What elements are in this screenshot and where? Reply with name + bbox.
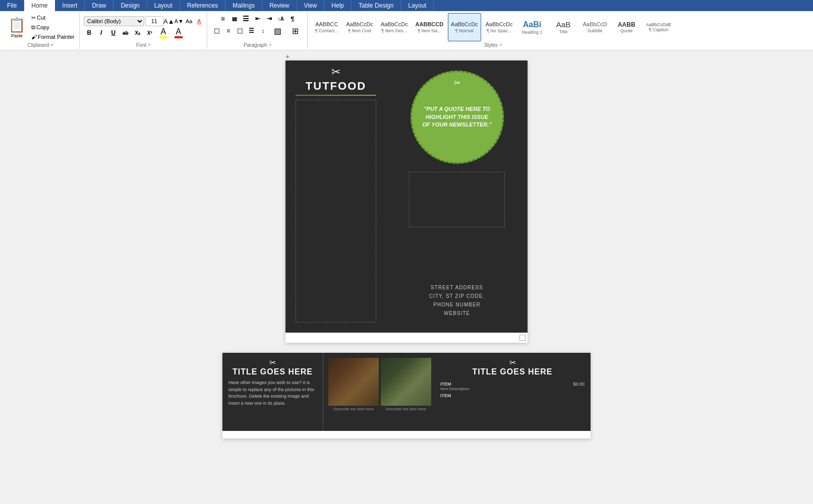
style-item-title[interactable]: AaB Title (548, 13, 578, 41)
cut-label: Cut (37, 15, 45, 21)
borders-button[interactable]: ⊞ (287, 25, 304, 36)
font-size-input[interactable] (145, 16, 163, 26)
superscript-button[interactable]: X² (144, 27, 155, 38)
sort-button[interactable]: ↕A (275, 13, 286, 24)
address-line-2: CITY, ST ZIP CODE. (429, 292, 485, 300)
multilevel-list-button[interactable]: ☰ (241, 13, 252, 24)
style-preview: AaBbCcD (583, 21, 607, 28)
address-line-3: PHONE NUMBER (429, 300, 485, 309)
quote-circle[interactable]: ✂ "PUT A QUOTE HERE TO HIGHLIGHT THIS IS… (411, 71, 504, 164)
style-item-item-cost[interactable]: AaBbCcDc ¶ Item Cost (343, 13, 377, 41)
style-item-heading1[interactable]: AaBi Heading 1 (517, 13, 547, 41)
increase-indent-button[interactable]: ⇥ (264, 13, 275, 24)
add-handle[interactable]: + (285, 52, 289, 60)
page-1-content[interactable]: ✂ TUTFOOD ✂ "PUT A QUOTE HERE TO HIGHLIG… (285, 60, 528, 333)
circle-scissors-icon: ✂ (454, 78, 460, 88)
font-grow-button[interactable]: A▲ (164, 17, 173, 26)
copy-label: Copy (36, 24, 49, 30)
quote-text: "PUT A QUOTE HERE TO HIGHLIGHT THIS ISSU… (422, 105, 492, 129)
style-preview: AABBCCD (416, 21, 444, 28)
clipboard-expand-icon[interactable]: ↗ (50, 43, 53, 47)
tab-home[interactable]: Home (24, 0, 55, 11)
page-2-content[interactable]: ✂ TITLE GOES HERE Have other images you … (222, 353, 591, 431)
style-item-caption[interactable]: AaBbCcDdE ¶ Caption (643, 13, 674, 41)
style-item-subtitle[interactable]: AaBbCcD Subtitle (579, 13, 610, 41)
align-right-button[interactable]: ⬚ (235, 25, 246, 36)
tab-insert[interactable]: Insert (55, 0, 85, 11)
style-preview: AaBbCcDc (486, 21, 513, 28)
address-line-4: WEBSITE (429, 309, 485, 318)
styles-group-label: Styles (484, 42, 498, 48)
page2-right-section: ✂ TITLE GOES HERE ITEM Item Description … (434, 353, 591, 431)
food-img-1-container: Describe the dish here (328, 358, 379, 411)
line-spacing-button[interactable]: ↕ (258, 25, 269, 36)
tab-draw[interactable]: Draw (85, 0, 113, 11)
shading-icon: ▨ (274, 26, 281, 36)
style-item-item-description[interactable]: AaBbCcDc ¶ Item Des... (377, 13, 411, 41)
numbering-button[interactable]: ≣ (229, 13, 240, 24)
style-name: ¶ Caption (649, 27, 668, 32)
style-name: ¶ Item Na... (418, 28, 441, 33)
paste-button[interactable]: 📋 Paste (5, 13, 29, 41)
subscript-button[interactable]: X₂ (132, 27, 143, 38)
tab-review[interactable]: Review (262, 0, 297, 11)
font-shrink-button[interactable]: A▼ (175, 17, 184, 26)
bold-button[interactable]: B (84, 27, 95, 38)
font-controls: Calibri (Body) A▲ A▼ Aa A B I U ab X₂ (84, 16, 204, 38)
paragraph-group: ≡ ≣ ☰ ⇤ ⇥ ↕A ¶ ⬚ ≡ ⬚ ☰ ↕ ▨ (208, 12, 308, 49)
resize-handle[interactable] (519, 335, 526, 341)
underline-button[interactable]: U (108, 27, 119, 38)
left-image-placeholder[interactable] (296, 100, 376, 323)
style-name: ¶ Item Des... (381, 28, 407, 33)
styles-strip: AABBCC ¶ Contact... AaBbCcDc ¶ Item Cost… (312, 13, 675, 41)
style-item-no-spacing[interactable]: AaBbCcDc ¶ No Spac... (482, 13, 516, 41)
style-item-item-name[interactable]: AABBCCD ¶ Item Na... (412, 13, 446, 41)
bullets-button[interactable]: ≡ (217, 13, 228, 24)
page2-middle-section: Describe the dish here Describe the dish… (323, 353, 434, 431)
style-name: Quote (620, 28, 633, 33)
tab-references[interactable]: References (180, 0, 225, 11)
tab-layout-contextual[interactable]: Layout (401, 0, 434, 11)
font-expand-icon[interactable]: ↗ (147, 43, 151, 47)
text-highlight-button[interactable]: A (156, 27, 170, 38)
show-marks-button[interactable]: ¶ (287, 13, 298, 24)
tab-layout[interactable]: Layout (147, 0, 180, 11)
style-item-normal[interactable]: AaBbCcDc ¶ Normal (448, 13, 482, 41)
para-row-2: ⬚ ≡ ⬚ ☰ ↕ ▨ ⊞ (211, 25, 304, 36)
italic-button[interactable]: I (96, 27, 107, 38)
copy-button[interactable]: ⧉ Copy (30, 23, 76, 32)
tab-help[interactable]: Help (324, 0, 352, 11)
food-image-2[interactable] (381, 358, 431, 406)
tab-view[interactable]: View (297, 0, 325, 11)
cut-button[interactable]: ✂ Cut (30, 13, 76, 22)
style-item-quote[interactable]: AABB Quote (611, 13, 642, 41)
tab-file[interactable]: File (0, 0, 24, 11)
clipboard-group: 📋 Paste ✂ Cut ⧉ Copy 🖌 Format Painter (2, 12, 80, 49)
styles-expand-icon[interactable]: ↗ (499, 43, 502, 47)
style-name: ¶ No Spac... (487, 28, 511, 33)
paragraph-expand-icon[interactable]: ↗ (268, 43, 272, 47)
food-image-1[interactable] (328, 358, 379, 406)
tab-design[interactable]: Design (113, 0, 147, 11)
food-images-row: Describe the dish here Describe the dish… (328, 358, 429, 411)
format-painter-button[interactable]: 🖌 Format Painter (30, 32, 76, 41)
tab-mailings[interactable]: Mailings (225, 0, 262, 11)
shading-button[interactable]: ▨ (269, 25, 286, 36)
font-family-select[interactable]: Calibri (Body) (84, 16, 144, 26)
justify-button[interactable]: ☰ (246, 25, 257, 36)
style-preview: AABB (618, 21, 635, 28)
style-preview: AaBbCcDc (381, 21, 408, 28)
align-left-button[interactable]: ⬚ (211, 25, 222, 36)
clear-format-button[interactable]: A (195, 17, 204, 26)
paste-label: Paste (11, 33, 23, 38)
strikethrough-button[interactable]: ab (120, 27, 131, 38)
align-center-button[interactable]: ≡ (223, 25, 234, 36)
scissors-top-icon: ✂ (331, 66, 340, 79)
para-row-1: ≡ ≣ ☰ ⇤ ⇥ ↕A ¶ (217, 13, 298, 24)
change-case-button[interactable]: Aa (185, 17, 194, 26)
tab-table-design[interactable]: Table Design (352, 0, 401, 11)
right-image-placeholder[interactable] (409, 172, 505, 227)
decrease-indent-button[interactable]: ⇤ (252, 13, 263, 24)
style-item-normal-contacts[interactable]: AABBCC ¶ Contact... (312, 13, 342, 41)
font-color-button[interactable]: A (171, 27, 186, 38)
